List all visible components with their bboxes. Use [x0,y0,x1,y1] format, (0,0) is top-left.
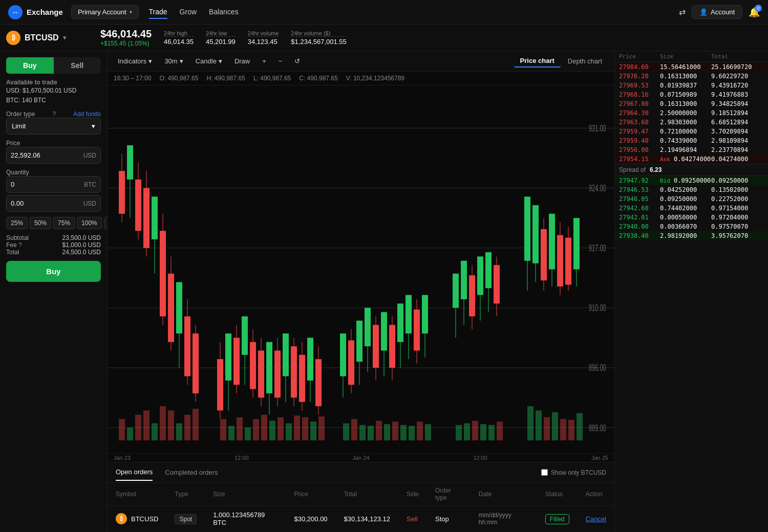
order-status: Filled [537,506,578,532]
add-indicator-button[interactable]: + [258,55,270,67]
pct-25-button[interactable]: 25% [6,217,28,229]
svg-rect-95 [532,205,539,263]
ask-row-2[interactable]: 27969.53 0.01939837 9.43916720 [615,81,768,90]
nav-link-grow[interactable]: Grow [180,6,197,19]
svg-rect-65 [365,308,371,346]
cancel-link[interactable]: Cancel [586,515,606,523]
ask-row-7[interactable]: 27959.47 0.72100000 3.70209894 [615,127,768,136]
ask-size-1: 0.16313000 [660,73,711,80]
col-type: Type [166,483,205,506]
col-side: Side [398,483,427,506]
price-chart-btn[interactable]: Price chart [514,55,561,68]
quantity-label: Quantity [6,169,101,176]
svg-rect-83 [461,261,467,299]
svg-rect-119 [245,428,251,440]
buy-button[interactable]: Buy [6,261,101,282]
ask-size-7: 0.72100000 [660,128,711,135]
col-symbol: Symbol [108,483,166,506]
symbol-caret: ▾ [63,34,67,41]
bid-row-2[interactable]: 27946.05 0.09250000 0.22752000 [615,194,768,204]
nav-link-trade[interactable]: Trade [149,6,167,19]
primary-account-button[interactable]: Primary Account ▾ [71,5,139,19]
chart-body[interactable]: 931.00 924.00 917.00 910.00 896.00 889.0… [108,85,614,453]
bid-row-0[interactable]: 27947.92 Bid 0.09250000 0.09250000 [615,176,768,185]
bid-row-6[interactable]: 27938.40 2.98192000 3.95762070 [615,231,768,240]
buy-tab[interactable]: Buy [6,57,54,74]
svg-rect-49 [283,334,289,376]
price-input[interactable] [7,147,79,163]
qty-usd-currency: USD [79,200,100,207]
order-order-type: Stop [427,506,471,532]
total-label: Total [6,249,19,256]
open-orders-tab[interactable]: Open orders [116,464,153,481]
remove-indicator-button[interactable]: − [274,55,287,67]
bid-size-3: 0.74402000 [660,205,711,212]
ask-row-4[interactable]: 27967.80 0.16313000 9.34825894 [615,99,768,108]
add-funds-link[interactable]: Add funds [73,110,101,118]
depth-chart-btn[interactable]: Depth chart [562,55,608,68]
ask-row-0[interactable]: 27984.60 15.56461000 25.16690720 [615,62,768,72]
bid-row-4[interactable]: 27942.01 0.00050000 0.97204000 [615,213,768,222]
col-size: Size [205,483,286,506]
usd-available: USD: $1,670,500.01 USD [6,86,101,96]
transfer-icon[interactable]: ⇄ [679,7,686,17]
pct-100-button[interactable]: 100% [77,217,102,229]
ask-row-5[interactable]: 27964.30 2.50000000 9.18512894 [615,108,768,118]
ask-total-6: 6.68512894 [711,119,757,126]
ask-row-1[interactable]: 27976.20 0.16313000 9.60229720 [615,72,768,81]
svg-rect-110 [152,423,158,440]
qty-usd-input[interactable] [7,195,79,211]
svg-text:896.00: 896.00 [589,362,606,373]
ticker-symbol[interactable]: ₿ BTCUSD ▾ [6,31,88,45]
candle-type-button[interactable]: Candle ▾ [191,55,226,67]
nav-link-balances[interactable]: Balances [209,6,239,19]
svg-rect-19 [143,188,150,248]
select-caret-icon: ▾ [92,122,95,130]
ask-row-8[interactable]: 27959.40 0.74339000 2.98109894 [615,136,768,145]
ask-row-9[interactable]: 27956.00 2.19496894 2.23770894 [615,145,768,154]
bid-price-3: 27942.60 [619,205,660,212]
indicators-button[interactable]: Indicators ▾ [114,55,156,67]
ask-row-6[interactable]: 27963.60 2.98303000 6.68512894 [615,118,768,127]
notification-button[interactable]: 🔔 0 [749,7,760,18]
svg-rect-144 [488,425,495,440]
svg-rect-23 [160,231,166,316]
order-type-select[interactable]: Limit ▾ [6,118,101,135]
pct-75-button[interactable]: 75% [53,217,75,229]
timeframe-button[interactable]: 30m ▾ [160,55,187,67]
quantity-section: Quantity BTC USD [6,169,101,212]
account-right-button[interactable]: 👤 Account [692,5,742,19]
stat-label-3: 24hr volume ($) [291,30,346,37]
ask-row-3[interactable]: 27968.16 0.07150989 9.41976883 [615,90,768,99]
filter-btcusd-checkbox[interactable] [541,469,548,476]
ask-size-10: Ask 0.04274000 [660,156,711,163]
svg-rect-152 [577,413,583,440]
bid-row-5[interactable]: 27940.00 0.00366070 0.97570070 [615,222,768,231]
qty-btc-input[interactable] [7,176,80,192]
reset-chart-button[interactable]: ↺ [290,55,304,67]
bid-size-5: 0.00366070 [660,223,711,230]
subtotal-row: Subtotal 23,500.0 USD [6,234,101,241]
ask-total-2: 9.43916720 [711,82,757,89]
svg-rect-53 [299,355,305,402]
svg-rect-25 [168,274,174,342]
draw-button[interactable]: Draw [230,55,254,67]
pct-50-button[interactable]: 50% [30,217,51,229]
right-panel: Price Size Total 27984.60 15.56461000 25… [614,51,768,532]
svg-rect-71 [389,325,395,368]
ask-price-4: 27967.80 [619,100,660,107]
svg-rect-150 [560,419,566,440]
order-action: Cancel [578,506,614,532]
sell-tab[interactable]: Sell [54,57,101,74]
bid-row-3[interactable]: 27942.60 0.74402000 0.97154000 [615,204,768,213]
filled-badge: Filled [545,514,569,524]
bid-row-1[interactable]: 27946.53 0.04252000 0.13502000 [615,185,768,194]
ask-price-0: 27984.60 [619,63,660,71]
asks-section: Price Size Total 27984.60 15.56461000 25… [615,51,768,164]
ask-price-3: 27968.16 [619,91,660,98]
ask-size-6: 2.98303000 [660,119,711,126]
fee-row: Fee ? $1,000.0 USD [6,241,101,249]
stat-label-1: 24hr low [206,30,236,37]
ask-row-10[interactable]: 27954.15 Ask 0.04274000 0.04274000 [615,154,768,164]
completed-orders-tab[interactable]: Completed orders [165,464,218,480]
